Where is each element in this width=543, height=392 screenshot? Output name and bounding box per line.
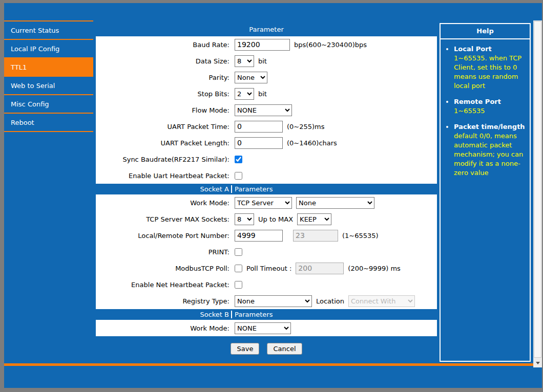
sidebar-item-misc-config[interactable]: Misc Config — [4, 95, 93, 114]
socket-b-header: Socket B Parameters — [96, 309, 437, 320]
print-checkbox[interactable] — [235, 248, 242, 256]
panel-title: Parameter — [96, 23, 437, 36]
baud-rate-hint: bps(600~230400)bps — [294, 41, 367, 49]
help-item-body: 1~65535. when TCP Client, set this to 0 … — [454, 54, 527, 91]
local-port-input[interactable] — [235, 230, 283, 242]
form-row-registry-type: Registry Type: None Location Connect Wit… — [96, 293, 437, 309]
scrollbar-thumb[interactable] — [534, 21, 541, 358]
uart-packet-length-label: UART Packet Length: — [96, 139, 232, 147]
uart-heartbeat-label: Enable Uart Heartbeat Packet: — [96, 172, 232, 180]
form-row-uart-packet-time: UART Packet Time: (0~255)ms — [96, 118, 437, 135]
cancel-button[interactable]: Cancel — [267, 343, 302, 355]
form-row-net-heartbeat: Enable Net Heartbeat Packet: — [96, 276, 437, 293]
work-mode-a-select[interactable]: TCP Server — [235, 197, 292, 209]
poll-timeout-hint: (200~9999) ms — [348, 265, 401, 272]
form-row-uart-packet-length: UART Packet Length: (0~1460)chars — [96, 135, 437, 151]
print-label: PRINT: — [96, 248, 232, 256]
form-row-flow-mode: Flow Mode: NONE — [96, 102, 437, 118]
sidebar: Current Status Local IP Config TTL1 Web … — [4, 20, 93, 363]
page-background: Current Status Local IP Config TTL1 Web … — [4, 3, 542, 388]
help-title: Help — [441, 24, 530, 39]
port-number-label: Local/Remote Port Number: — [96, 232, 232, 239]
net-heartbeat-label: Enable Net Heartbeat Packet: — [96, 281, 232, 289]
flow-mode-label: Flow Mode: — [96, 106, 232, 114]
arrow-down-icon — [536, 362, 540, 364]
sidebar-item-local-ip-config[interactable]: Local IP Config — [4, 40, 93, 58]
stop-bits-select[interactable]: 2 — [235, 88, 254, 100]
socket-b-title: Socket B — [96, 311, 232, 318]
form-row-parity: Parity: None — [96, 69, 437, 85]
socket-a-subtitle: Parameters — [232, 185, 273, 193]
help-list: Local Port 1~65535. when TCP Client, set… — [441, 45, 527, 178]
help-item-head: Remote Port — [454, 97, 527, 106]
uart-packet-length-input[interactable] — [235, 137, 283, 149]
scrollbar[interactable] — [533, 20, 542, 367]
uart-packet-length-hint: (0~1460)chars — [287, 139, 337, 147]
poll-timeout-input — [296, 263, 344, 274]
form-row-baud-rate: Baud Rate: bps(600~230400)bps — [96, 36, 437, 53]
work-mode-a-secondary-select[interactable]: None — [296, 197, 374, 209]
uart-heartbeat-checkbox[interactable] — [235, 172, 242, 180]
help-item-head: Local Port — [454, 45, 527, 54]
sidebar-item-ttl1[interactable]: TTL1 — [4, 58, 93, 77]
sync-baudrate-checkbox[interactable] — [235, 156, 242, 163]
location-select: Connect With — [348, 295, 415, 307]
form-row-sync-baudrate: Sync Baudrate(RF2217 Similar): — [96, 151, 437, 167]
parity-select[interactable]: None — [235, 72, 267, 83]
port-number-hint: (1~65535) — [342, 232, 379, 239]
tcp-max-sockets-mid-text: Up to MAX — [258, 215, 293, 223]
net-heartbeat-checkbox[interactable] — [235, 281, 242, 289]
keep-select[interactable]: KEEP — [297, 213, 331, 225]
form-row-modbus-poll: ModbusTCP Poll: Poll Timeout : (200~9999… — [96, 260, 437, 276]
scrollbar-down-button[interactable] — [533, 359, 542, 367]
location-text: Location — [316, 297, 344, 305]
work-mode-b-label: Work Mode: — [96, 324, 232, 332]
parameter-panel: Parameter Baud Rate: bps(600~230400)bps … — [96, 23, 437, 336]
help-item-remote-port: Remote Port 1~65535 — [454, 97, 527, 116]
uart-packet-time-label: UART Packet Time: — [96, 123, 232, 130]
help-item-body: 1~65535 — [454, 106, 527, 116]
help-panel: Help Local Port 1~65535. when TCP Client… — [440, 23, 531, 362]
parity-label: Parity: — [96, 74, 232, 81]
sync-baudrate-label: Sync Baudrate(RF2217 Similar): — [96, 156, 232, 163]
work-mode-a-label: Work Mode: — [96, 199, 232, 207]
form-row-port-number: Local/Remote Port Number: (1~65535) — [96, 227, 437, 244]
tcp-max-sockets-select[interactable]: 8 — [235, 213, 254, 225]
window-frame: Current Status Local IP Config TTL1 Web … — [0, 0, 543, 392]
form-row-print: PRINT: — [96, 244, 437, 260]
help-item-head: Packet time/length — [454, 122, 527, 132]
save-button[interactable]: Save — [231, 343, 259, 355]
tcp-max-sockets-label: TCP Server MAX Sockets: — [96, 215, 232, 223]
data-size-select[interactable]: 8 — [235, 55, 254, 67]
uart-packet-time-hint: (0~255)ms — [287, 123, 325, 130]
socket-a-header: Socket A Parameters — [96, 184, 437, 194]
uart-packet-time-input[interactable] — [235, 121, 283, 133]
top-header-bar — [4, 3, 542, 20]
baud-rate-input[interactable] — [235, 39, 290, 51]
registry-type-select[interactable]: None — [235, 295, 312, 307]
registry-type-label: Registry Type: — [96, 297, 232, 305]
help-item-local-port: Local Port 1~65535. when TCP Client, set… — [454, 45, 527, 91]
data-size-label: Data Size: — [96, 57, 232, 65]
form-row-data-size: Data Size: 8 bit — [96, 53, 437, 69]
footer-area — [4, 366, 533, 388]
socket-a-title: Socket A — [96, 185, 232, 193]
modbus-poll-label: ModbusTCP Poll: — [96, 265, 232, 272]
main-content: Parameter Baud Rate: bps(600~230400)bps … — [93, 20, 440, 367]
baud-rate-label: Baud Rate: — [96, 41, 232, 49]
sidebar-item-reboot[interactable]: Reboot — [4, 114, 93, 132]
work-mode-b-select[interactable]: NONE — [235, 322, 291, 334]
action-buttons: Save Cancel — [96, 343, 437, 355]
form-row-tcp-max-sockets: TCP Server MAX Sockets: 8 Up to MAX KEEP — [96, 211, 437, 227]
flow-mode-select[interactable]: NONE — [235, 104, 292, 116]
help-item-body: default 0/0, means automatic packet mech… — [454, 132, 527, 178]
form-row-uart-heartbeat: Enable Uart Heartbeat Packet: — [96, 167, 437, 184]
socket-b-subtitle: Parameters — [232, 311, 273, 318]
modbus-tcp-poll-checkbox[interactable] — [235, 265, 242, 272]
form-row-work-mode-a: Work Mode: TCP Server None — [96, 194, 437, 211]
sidebar-item-web-to-serial[interactable]: Web to Serial — [4, 77, 93, 95]
remote-port-input — [293, 230, 338, 242]
sidebar-item-current-status[interactable]: Current Status — [4, 21, 93, 40]
stop-bits-label: Stop Bits: — [96, 90, 232, 98]
form-row-stop-bits: Stop Bits: 2 bit — [96, 85, 437, 102]
